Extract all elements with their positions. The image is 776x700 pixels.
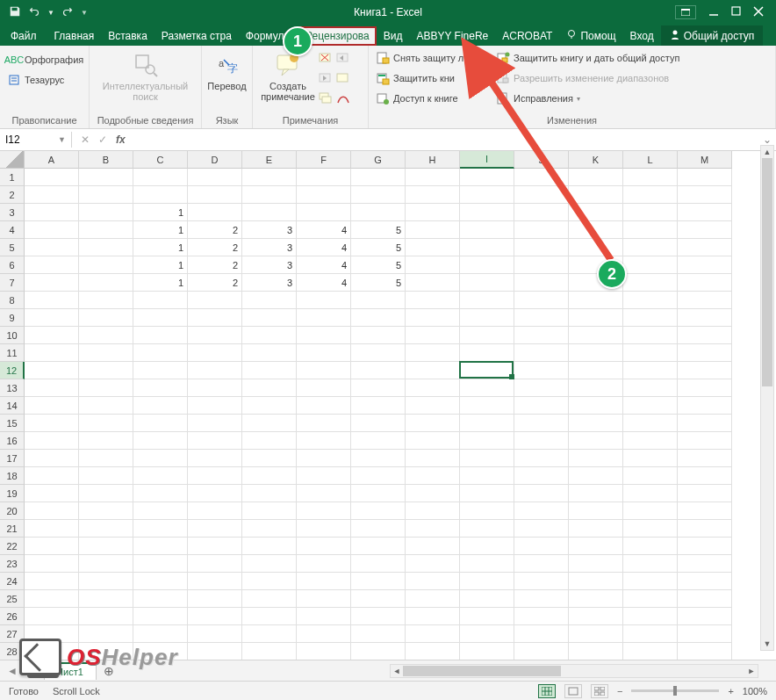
row-header[interactable]: 5 [0, 239, 25, 256]
cell[interactable] [514, 274, 569, 292]
cell[interactable] [351, 643, 406, 660]
cell[interactable] [297, 169, 351, 186]
cell[interactable] [623, 502, 678, 520]
cell[interactable]: 5 [351, 256, 406, 274]
cell[interactable] [25, 590, 79, 608]
cell[interactable] [242, 450, 297, 467]
cell[interactable] [297, 292, 351, 309]
cell[interactable] [623, 573, 678, 590]
cell[interactable] [623, 327, 678, 344]
cell[interactable] [460, 186, 514, 204]
cell[interactable] [79, 379, 133, 397]
cell[interactable] [623, 362, 678, 379]
cell[interactable] [514, 467, 569, 485]
cell[interactable] [514, 309, 569, 327]
cell[interactable] [351, 467, 406, 485]
cell[interactable] [133, 379, 188, 397]
tab-acrobat[interactable]: ACROBAT [495, 26, 559, 46]
scroll-left-icon[interactable]: ◄ [391, 665, 403, 677]
horizontal-scrollbar[interactable]: ◄ ► [390, 664, 758, 678]
column-header[interactable]: F [297, 151, 351, 169]
cell[interactable] [406, 502, 460, 520]
cell[interactable] [133, 520, 188, 538]
cell[interactable] [133, 327, 188, 344]
cell[interactable] [569, 573, 623, 590]
cell[interactable] [242, 186, 297, 204]
cell[interactable] [79, 344, 133, 362]
cell[interactable] [514, 432, 569, 450]
cell[interactable] [297, 590, 351, 608]
minimize-icon[interactable] [708, 6, 719, 19]
cell[interactable] [133, 169, 188, 186]
cell[interactable] [25, 397, 79, 415]
cell[interactable] [514, 379, 569, 397]
cell[interactable] [297, 467, 351, 485]
track-changes-button[interactable]: Исправления ▾ [494, 90, 681, 107]
cell[interactable] [133, 309, 188, 327]
cell[interactable] [188, 379, 242, 397]
cell[interactable]: 1 [133, 204, 188, 221]
show-comment-icon[interactable] [335, 71, 351, 90]
cell[interactable] [678, 169, 732, 186]
cell[interactable] [514, 292, 569, 309]
new-comment-button[interactable]: Создать примечание [258, 49, 318, 104]
spelling-button[interactable]: ABC Орфография [5, 51, 85, 69]
cell[interactable] [678, 538, 732, 555]
row-header[interactable]: 12 [0, 362, 25, 379]
cell[interactable] [460, 643, 514, 660]
cell[interactable] [297, 485, 351, 502]
save-icon[interactable] [9, 5, 21, 20]
cell[interactable] [460, 625, 514, 643]
tell-me[interactable]: Помощ [559, 25, 622, 46]
cell[interactable] [133, 573, 188, 590]
share-workbook-button[interactable]: Доступ к книге [374, 90, 485, 107]
cell[interactable] [242, 432, 297, 450]
cell[interactable] [351, 344, 406, 362]
cell[interactable] [25, 502, 79, 520]
cell[interactable] [79, 327, 133, 344]
row-header[interactable]: 11 [0, 344, 25, 362]
cell[interactable] [569, 555, 623, 573]
cell[interactable] [514, 608, 569, 625]
cell[interactable] [188, 344, 242, 362]
cell[interactable]: 2 [188, 221, 242, 239]
cell[interactable] [188, 485, 242, 502]
cell[interactable] [406, 538, 460, 555]
cell[interactable] [678, 573, 732, 590]
tab-view[interactable]: Вид [377, 26, 410, 46]
cell[interactable] [188, 169, 242, 186]
cell[interactable] [514, 344, 569, 362]
cell[interactable] [406, 362, 460, 379]
cell[interactable] [623, 555, 678, 573]
cell[interactable] [678, 590, 732, 608]
cell[interactable] [79, 292, 133, 309]
thesaurus-button[interactable]: Тезаурус [5, 71, 85, 89]
cell[interactable] [678, 292, 732, 309]
cell[interactable] [351, 186, 406, 204]
cell[interactable] [678, 608, 732, 625]
cell[interactable]: 3 [242, 221, 297, 239]
cell[interactable] [242, 292, 297, 309]
ribbon-display-icon[interactable] [675, 5, 696, 19]
cell[interactable] [460, 450, 514, 467]
row-header[interactable]: 6 [0, 256, 25, 274]
cell[interactable] [623, 608, 678, 625]
cell[interactable] [25, 221, 79, 239]
cell[interactable] [351, 379, 406, 397]
cell[interactable] [133, 397, 188, 415]
cell[interactable] [623, 344, 678, 362]
vertical-scrollbar[interactable]: ▲ ▼ [760, 145, 774, 651]
cell[interactable] [351, 415, 406, 432]
cell[interactable] [351, 432, 406, 450]
cell[interactable] [678, 502, 732, 520]
cell[interactable] [242, 415, 297, 432]
row-header[interactable]: 4 [0, 221, 25, 239]
cell[interactable] [678, 485, 732, 502]
cell[interactable] [460, 239, 514, 256]
cell[interactable] [297, 362, 351, 379]
cell[interactable] [406, 204, 460, 221]
tab-abbyy[interactable]: ABBYY FineRe [409, 26, 495, 46]
column-header[interactable]: I [460, 151, 514, 169]
cell[interactable] [79, 309, 133, 327]
cell[interactable] [514, 625, 569, 643]
